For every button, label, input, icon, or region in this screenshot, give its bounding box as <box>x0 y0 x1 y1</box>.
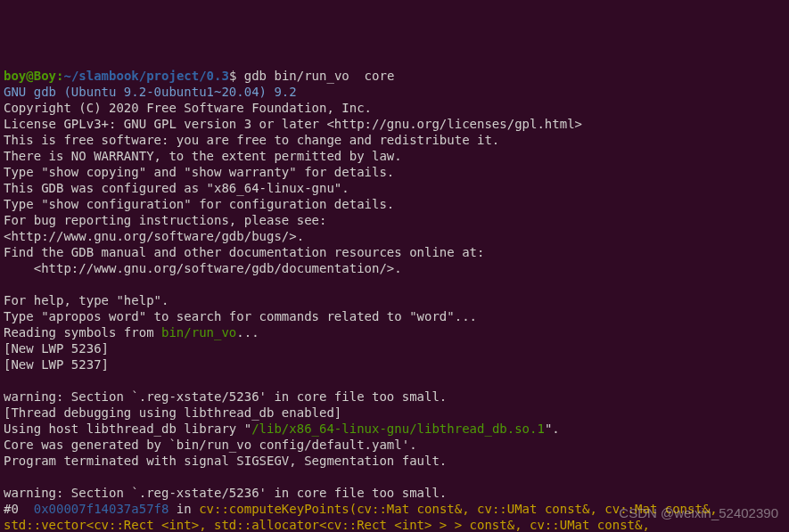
using-prefix: Using host libthread_db library " <box>4 422 251 436</box>
type-show: Type "show copying" and "show warranty" … <box>4 164 785 180</box>
reading-suffix: ... <box>236 325 259 340</box>
prompt-path: ~/slambook/project/0.3 <box>63 69 228 83</box>
frame0-prefix: #0 <box>4 502 34 516</box>
libthread-line: Using host libthread_db library "/lib/x8… <box>4 421 785 437</box>
license: License GPLv3+: GNU GPL version 3 or lat… <box>4 116 785 132</box>
libthread-path: /lib/x86_64-linux-gnu/libthread_db.so.1 <box>251 422 545 436</box>
lwp2: [New LWP 5237] <box>4 356 785 372</box>
sigsegv: Program terminated with signal SIGSEGV, … <box>4 453 785 469</box>
frame0: #0 0x00007f14037a57f8 in cv::computeKeyP… <box>4 502 725 532</box>
bugs2: <http://www.gnu.org/software/gdb/bugs/>. <box>4 228 785 244</box>
help2: Type "apropos word" to search for comman… <box>4 308 785 324</box>
core-generated: Core was generated by `bin/run_vo config… <box>4 437 785 453</box>
docs2: <http://www.gnu.org/software/gdb/documen… <box>4 260 785 276</box>
frame0-address: 0x00007f14037a57f8 <box>34 502 169 516</box>
gdb-version: GNU gdb (Ubuntu 9.2-0ubuntu1~20.04) 9.2 <box>4 84 785 100</box>
terminal-output[interactable]: boy@Boy:~/slambook/project/0.3$ gdb bin/… <box>4 68 785 532</box>
frame0-in: in <box>168 502 199 516</box>
bugs1: For bug reporting instructions, please s… <box>4 212 785 228</box>
prompt-line: boy@Boy:~/slambook/project/0.3$ gdb bin/… <box>4 68 785 84</box>
docs1: Find the GDB manual and other documentat… <box>4 244 785 260</box>
type-config: Type "show configuration" for configurat… <box>4 196 785 212</box>
help1: For help, type "help". <box>4 292 785 308</box>
blank2 <box>4 372 785 389</box>
warning2: warning: Section `.reg-xstate/5236' in c… <box>4 485 785 501</box>
prompt-user: boy@Boy <box>4 69 56 83</box>
command-text: gdb bin/run_vo core <box>236 69 394 83</box>
reading-prefix: Reading symbols from <box>4 325 161 340</box>
warning1: warning: Section `.reg-xstate/5236' in c… <box>4 389 785 405</box>
configured: This GDB was configured as "x86_64-linux… <box>4 180 785 196</box>
copyright: Copyright (C) 2020 Free Software Foundat… <box>4 100 785 116</box>
lwp1: [New LWP 5236] <box>4 340 785 356</box>
warranty: There is NO WARRANTY, to the extent perm… <box>4 148 785 164</box>
free-text: This is free software: you are free to c… <box>4 132 785 148</box>
reading-path: bin/run_vo <box>161 325 236 340</box>
blank <box>4 276 785 292</box>
blank3 <box>4 469 785 485</box>
using-suffix: ". <box>545 422 560 436</box>
reading-symbols: Reading symbols from bin/run_vo... <box>4 324 785 340</box>
thread-debug: [Thread debugging using libthread_db ena… <box>4 405 785 421</box>
